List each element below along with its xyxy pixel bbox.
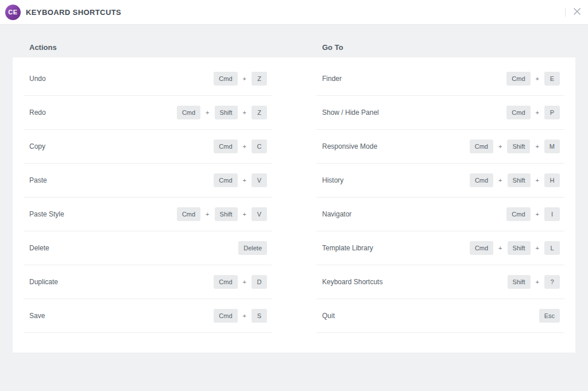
shortcut-row: QuitEsc [316,299,564,333]
close-icon [573,7,581,17]
plus-separator: + [536,75,539,82]
plus-separator: + [498,143,502,150]
shortcut-label: Template Library [322,244,373,252]
key-badge: S [252,309,267,323]
key-badge: Cmd [214,309,237,323]
key-badge: Shift [508,275,531,289]
shortcut-keys: Cmd+Shift+H [470,173,560,187]
key-badge: V [252,173,267,187]
shortcut-row: PasteCmd+V [24,164,272,198]
key-badge: Cmd [214,173,237,187]
shortcut-keys: Cmd+P [506,106,560,119]
key-badge: Cmd [470,241,493,255]
column-heading: Go To [322,43,343,52]
shortcut-keys: Cmd+Shift+Z [177,106,267,119]
key-badge: Cmd [470,140,493,153]
shortcut-row: UndoCmd+Z [24,62,272,96]
plus-separator: + [536,245,539,251]
shortcut-keys: Delete [238,241,267,255]
key-badge: Shift [508,241,531,255]
shortcut-row: DeleteDelete [24,231,272,265]
key-badge: Z [252,72,267,86]
key-badge: D [252,275,267,289]
plus-separator: + [536,211,539,218]
shortcut-label: Delete [29,244,49,252]
shortcut-row: FinderCmd+E [316,62,564,96]
shortcuts-column: UndoCmd+ZRedoCmd+Shift+ZCopyCmd+CPasteCm… [24,62,272,333]
shortcut-row: HistoryCmd+Shift+H [316,164,564,198]
close-button[interactable] [566,0,588,25]
shortcut-label: Undo [29,75,46,83]
plus-separator: + [243,211,246,218]
plus-separator: + [243,312,246,319]
shortcut-row: DuplicateCmd+D [24,265,272,299]
plus-separator: + [536,177,539,184]
key-badge: Cmd [177,106,200,119]
shortcut-keys: Cmd+V [214,173,267,187]
key-badge: V [252,207,267,221]
shortcut-label: Finder [322,75,342,83]
plus-separator: + [243,177,246,184]
shortcut-keys: Cmd+D [214,275,267,289]
plus-separator: + [536,109,539,116]
key-badge: I [544,207,560,221]
dialog-title: KEYBOARD SHORTCUTS [26,8,121,17]
key-badge: Cmd [214,140,237,153]
shortcut-row: Template LibraryCmd+Shift+L [316,231,564,265]
key-badge: Cmd [506,106,530,119]
shortcut-label: History [322,176,343,184]
key-badge: Delete [238,241,267,255]
key-badge: C [252,140,267,153]
plus-separator: + [206,109,209,116]
plus-separator: + [243,75,246,82]
shortcut-keys: Cmd+I [506,207,560,221]
key-badge: Cmd [214,275,237,289]
shortcut-row: RedoCmd+Shift+Z [24,96,272,130]
key-badge: Cmd [506,207,530,221]
shortcut-keys: Cmd+E [506,72,560,86]
shortcut-row: SaveCmd+S [24,299,272,333]
key-badge: Cmd [177,207,200,221]
app-logo: CE [5,5,21,20]
shortcut-keys: Cmd+Shift+M [470,140,560,153]
shortcuts-card: UndoCmd+ZRedoCmd+Shift+ZCopyCmd+CPasteCm… [13,57,575,353]
shortcut-row: Responsive ModeCmd+Shift+M [316,130,564,164]
plus-separator: + [498,245,502,251]
shortcut-rows: UndoCmd+ZRedoCmd+Shift+ZCopyCmd+CPasteCm… [24,62,272,333]
shortcut-keys: Cmd+S [214,309,267,323]
key-badge: Esc [539,309,560,323]
shortcut-keys: Shift+? [508,275,560,289]
shortcut-row: Paste StyleCmd+Shift+V [24,198,272,231]
heading-cell-actions: Actions [24,42,272,52]
dialog-header: CE KEYBOARD SHORTCUTS [0,0,588,25]
shortcut-label: Paste Style [29,210,64,218]
shortcut-label: Quit [322,312,335,320]
shortcut-row: Keyboard ShortcutsShift+? [316,265,564,299]
card-columns: UndoCmd+ZRedoCmd+Shift+ZCopyCmd+CPasteCm… [24,62,564,333]
key-badge: ? [544,275,560,289]
shortcut-row: CopyCmd+C [24,130,272,164]
shortcut-label: Redo [29,109,46,117]
plus-separator: + [535,143,539,150]
key-badge: Shift [215,207,238,221]
shortcut-row: NavigatorCmd+I [316,198,564,231]
shortcut-label: Show / Hide Panel [322,109,379,117]
shortcut-keys: Cmd+Shift+V [177,207,267,221]
key-badge: H [544,173,560,187]
plus-separator: + [206,211,209,218]
shortcuts-content: Actions Go To UndoCmd+ZRedoCmd+Shift+ZCo… [0,25,588,353]
shortcut-label: Copy [29,142,45,150]
shortcut-keys: Esc [539,309,560,323]
plus-separator: + [498,177,502,184]
shortcut-keys: Cmd+Shift+L [470,241,560,255]
key-badge: Cmd [506,72,530,86]
key-badge: L [544,241,560,255]
plus-separator: + [243,143,246,150]
key-badge: Z [252,106,267,119]
shortcut-row: Show / Hide PanelCmd+P [316,96,564,130]
key-badge: Shift [508,173,531,187]
shortcuts-column: FinderCmd+EShow / Hide PanelCmd+PRespons… [316,62,564,333]
plus-separator: + [536,278,539,285]
plus-separator: + [243,278,246,285]
shortcut-label: Navigator [322,210,351,218]
